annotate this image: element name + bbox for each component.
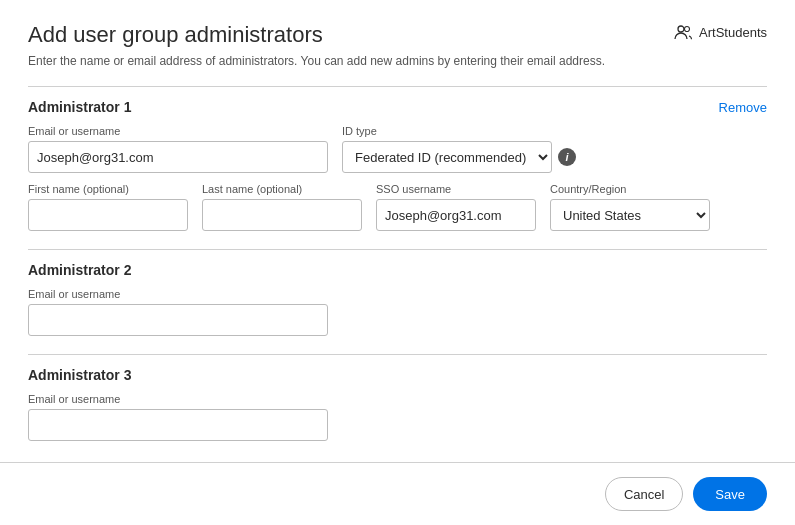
admin3-email-input[interactable] [28, 409, 328, 441]
page-description: Enter the name or email address of admin… [28, 54, 605, 68]
admin1-first-name-input[interactable] [28, 199, 188, 231]
svg-point-0 [678, 26, 684, 32]
admin2-email-label: Email or username [28, 288, 328, 300]
admin1-title: Administrator 1 [28, 99, 131, 115]
admin1-sso-input[interactable] [376, 199, 536, 231]
admin1-row2: First name (optional) Last name (optiona… [28, 183, 767, 231]
admin1-sso-field: SSO username [376, 183, 536, 231]
cancel-button[interactable]: Cancel [605, 477, 683, 511]
admin2-header: Administrator 2 [28, 262, 767, 278]
admin1-row1: Email or username ID type Federated ID (… [28, 125, 767, 173]
admin3-title: Administrator 3 [28, 367, 131, 383]
admin1-country-label: Country/Region [550, 183, 710, 195]
admin2-section: Administrator 2 Email or username [28, 249, 767, 336]
page-title: Add user group administrators [28, 22, 605, 48]
admin1-id-type-label: ID type [342, 125, 576, 137]
header-left: Add user group administrators Enter the … [28, 22, 605, 68]
remove-admin1-button[interactable]: Remove [719, 100, 767, 115]
admin1-sso-label: SSO username [376, 183, 536, 195]
admin1-first-name-label: First name (optional) [28, 183, 188, 195]
admin1-email-label: Email or username [28, 125, 328, 137]
admin2-email-input[interactable] [28, 304, 328, 336]
admin3-email-label: Email or username [28, 393, 328, 405]
admin2-divider [28, 249, 767, 250]
admin3-section: Administrator 3 Email or username [28, 354, 767, 441]
admin3-row1: Email or username [28, 393, 767, 441]
admin1-last-name-label: Last name (optional) [202, 183, 362, 195]
admin1-last-name-input[interactable] [202, 199, 362, 231]
svg-point-1 [685, 27, 690, 32]
admin2-row1: Email or username [28, 288, 767, 336]
admin1-country-select[interactable]: United States Canada United Kingdom Germ… [550, 199, 710, 231]
admin1-email-input[interactable] [28, 141, 328, 173]
admin3-header: Administrator 3 [28, 367, 767, 383]
user-label: ArtStudents [699, 25, 767, 40]
admin1-section: Administrator 1 Remove Email or username… [28, 86, 767, 231]
save-button[interactable]: Save [693, 477, 767, 511]
admin2-email-field: Email or username [28, 288, 328, 336]
admin1-id-type-row: Federated ID (recommended) Enterprise ID… [342, 141, 576, 173]
admin1-first-name-field: First name (optional) [28, 183, 188, 231]
admin2-title: Administrator 2 [28, 262, 131, 278]
admin1-id-type-group: ID type Federated ID (recommended) Enter… [342, 125, 576, 173]
admin1-id-type-select[interactable]: Federated ID (recommended) Enterprise ID… [342, 141, 552, 173]
admin3-divider [28, 354, 767, 355]
admin3-email-field: Email or username [28, 393, 328, 441]
dialog-content: Administrator 1 Remove Email or username… [0, 78, 795, 462]
admin1-country-field: Country/Region United States Canada Unit… [550, 183, 710, 231]
dialog-footer: Cancel Save [0, 462, 795, 525]
admin1-header: Administrator 1 Remove [28, 99, 767, 115]
admin1-last-name-field: Last name (optional) [202, 183, 362, 231]
id-type-info-icon[interactable]: i [558, 148, 576, 166]
dialog-header: Add user group administrators Enter the … [0, 0, 795, 78]
admin1-email-field: Email or username [28, 125, 328, 173]
header-right: ArtStudents [673, 22, 767, 42]
admin1-divider [28, 86, 767, 87]
user-group-icon [673, 22, 693, 42]
add-admin-dialog: Add user group administrators Enter the … [0, 0, 795, 525]
